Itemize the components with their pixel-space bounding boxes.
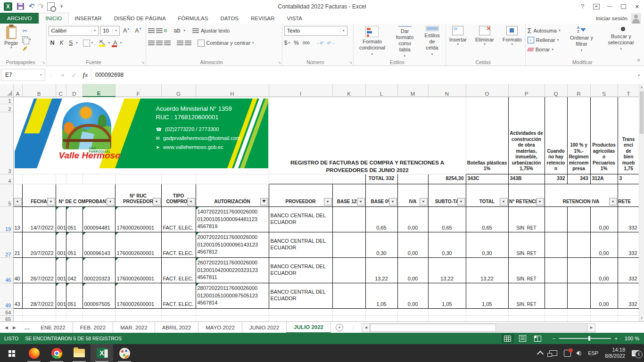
cell-serie1[interactable]: 001 bbox=[56, 232, 66, 257]
filter-subtotal-icon[interactable]: ▼ bbox=[457, 198, 465, 206]
insert-dropdown-icon[interactable]: ▾ bbox=[457, 42, 459, 46]
filter-num-retencion-icon[interactable]: ▼ bbox=[536, 198, 544, 206]
cell-h4[interactable] bbox=[196, 174, 269, 184]
fill-color-dropdown-icon[interactable]: ▾ bbox=[108, 41, 110, 45]
row-header-65[interactable]: 65 bbox=[0, 315, 13, 321]
cell-subtotal[interactable]: 0,30 bbox=[428, 232, 466, 257]
col-header-e-selected[interactable]: E bbox=[83, 84, 115, 97]
tab-diseno[interactable]: DISEÑO DE PÁGINA bbox=[108, 13, 172, 24]
col-header-d[interactable]: D bbox=[66, 84, 83, 97]
cell-q[interactable] bbox=[545, 257, 567, 283]
empty-cell[interactable] bbox=[66, 308, 83, 315]
restore-button[interactable] bbox=[617, 0, 630, 13]
cell-c4[interactable] bbox=[56, 174, 66, 184]
font-size-select[interactable]: 10▾ bbox=[100, 26, 120, 36]
cell-serie2[interactable]: 051 bbox=[66, 283, 83, 308]
hscroll-left-icon[interactable]: ◀ bbox=[362, 323, 370, 332]
close-button[interactable]: × bbox=[630, 0, 644, 13]
cell-fecha[interactable]: 14/7/2022 bbox=[22, 206, 56, 232]
empty-cell[interactable] bbox=[332, 308, 365, 315]
col-header-q[interactable]: Q bbox=[545, 84, 567, 97]
zoom-slider[interactable] bbox=[559, 338, 611, 339]
horizontal-scroll-thumb[interactable] bbox=[370, 324, 496, 332]
network-icon[interactable] bbox=[549, 350, 557, 356]
empty-cell[interactable] bbox=[56, 315, 66, 321]
cell-r[interactable] bbox=[567, 206, 590, 232]
taskbar-paint[interactable] bbox=[113, 344, 136, 362]
cut-button[interactable]: ✂ bbox=[22, 27, 31, 34]
row-header-3[interactable]: 3 bbox=[0, 112, 13, 174]
cell-tipo[interactable]: FACT. ELEC. bbox=[161, 283, 196, 308]
format-table-button[interactable]: Dar formato como tabla▾ bbox=[391, 25, 419, 58]
fill-color-button[interactable]: ⛏ bbox=[97, 38, 107, 48]
col-header-l[interactable]: L bbox=[365, 84, 397, 97]
header-fecha[interactable]: FECHA▼ bbox=[22, 184, 56, 206]
col-header-p[interactable]: P bbox=[508, 84, 545, 97]
shrink-font-button[interactable]: A▼ bbox=[133, 26, 143, 35]
header-autorizacion[interactable]: AUTORIZACIÓN bbox=[196, 184, 269, 206]
redo-button[interactable]: ↷▾ bbox=[38, 3, 43, 10]
col-header-b[interactable]: B bbox=[22, 84, 56, 97]
cell-b4[interactable] bbox=[22, 174, 56, 184]
save-icon[interactable] bbox=[17, 3, 24, 10]
autosum-dropdown-icon[interactable]: ▾ bbox=[559, 29, 561, 33]
cell-ret-iva[interactable]: 0,00 bbox=[590, 283, 618, 308]
conditional-format-button[interactable]: Formato condicional▾ bbox=[355, 25, 389, 58]
wrap-text-button[interactable]: Ajustar texto bbox=[192, 26, 230, 36]
cell-ret-iva[interactable]: 0,00 bbox=[590, 257, 618, 283]
expand-formula-bar-icon[interactable]: ▾ bbox=[634, 73, 644, 77]
empty-cell[interactable] bbox=[428, 308, 466, 315]
cell-num-retencion[interactable]: SIN. RET bbox=[508, 283, 545, 308]
empty-cell[interactable] bbox=[161, 315, 196, 321]
taskbar-explorer[interactable] bbox=[68, 344, 91, 362]
cell-iva[interactable]: 0,00 bbox=[397, 206, 428, 232]
cell-base12[interactable] bbox=[332, 206, 365, 232]
start-button[interactable] bbox=[0, 344, 23, 362]
cell-serie2[interactable]: 051 bbox=[66, 206, 83, 232]
font-name-select[interactable]: Calibri▾ bbox=[49, 26, 99, 36]
cell-f4[interactable] bbox=[115, 174, 161, 184]
format-dropdown-icon[interactable]: ▾ bbox=[511, 42, 513, 46]
empty-cell[interactable] bbox=[618, 308, 639, 315]
filter-ruc-icon[interactable]: ▼ bbox=[153, 198, 161, 206]
empty-cell[interactable] bbox=[22, 308, 56, 315]
cell-subtotal[interactable]: 0,65 bbox=[428, 206, 466, 232]
ribbon-display-options-button[interactable] bbox=[589, 0, 603, 13]
cell-d4[interactable] bbox=[66, 174, 83, 184]
language-indicator[interactable]: ESP bbox=[588, 350, 598, 356]
hscroll-right-icon[interactable]: ▶ bbox=[587, 323, 595, 332]
action-center-icon[interactable] bbox=[564, 350, 571, 357]
alignment-dialog-launcher-icon[interactable]: ↘ bbox=[278, 60, 281, 65]
clear-dropdown-icon[interactable]: ▾ bbox=[552, 48, 553, 51]
total-amount-cell[interactable]: 8254,30 bbox=[428, 174, 466, 184]
cell-comprobante[interactable]: 000094481 bbox=[83, 206, 115, 232]
cell-tipo[interactable]: FACT. ELEC. bbox=[161, 232, 196, 257]
redo-dropdown-icon[interactable]: ▾ bbox=[41, 6, 42, 9]
header-regimen-cell[interactable]: 100 % y 1%.- Regimen microempresa bbox=[567, 97, 590, 174]
cell-comprobante[interactable]: 000097505 bbox=[83, 283, 115, 308]
empty-cell[interactable] bbox=[590, 315, 618, 321]
zoom-slider-thumb[interactable] bbox=[588, 336, 590, 341]
empty-cell[interactable] bbox=[508, 308, 545, 315]
cell-i4[interactable] bbox=[269, 174, 332, 184]
cell-base12[interactable] bbox=[332, 232, 365, 257]
row-header-1[interactable]: 1 bbox=[0, 97, 13, 104]
normal-view-button[interactable] bbox=[502, 334, 514, 343]
empty-cell[interactable] bbox=[196, 315, 269, 321]
row-header-46[interactable]: 46 bbox=[0, 257, 13, 283]
sheet-tab-abril[interactable]: ABRIL 2022 bbox=[155, 322, 199, 333]
vertical-scroll-thumb[interactable] bbox=[640, 91, 644, 134]
font-color-dropdown-icon[interactable]: ▾ bbox=[120, 41, 122, 45]
filter-iva-icon[interactable]: ▼ bbox=[420, 198, 428, 206]
font-color-button[interactable]: A bbox=[111, 38, 118, 48]
empty-cell[interactable] bbox=[508, 315, 545, 321]
cell-proveedor[interactable]: BANCO CENTRAL DEL ECUADOR bbox=[269, 206, 332, 232]
cell-tipo[interactable]: FACT. ELEC. bbox=[161, 257, 196, 283]
row-header-5[interactable]: 5 bbox=[0, 184, 13, 206]
row-header-19[interactable]: 19 bbox=[0, 206, 13, 232]
insert-function-icon[interactable]: fx bbox=[80, 71, 91, 79]
cell-autorizacion[interactable]: 260720220117600026000 012001042000220323… bbox=[196, 257, 269, 283]
cell-num-retencion[interactable]: SIN. RET bbox=[508, 232, 545, 257]
col-header-a[interactable]: A bbox=[13, 84, 22, 97]
new-sheet-button[interactable]: + bbox=[331, 322, 348, 333]
